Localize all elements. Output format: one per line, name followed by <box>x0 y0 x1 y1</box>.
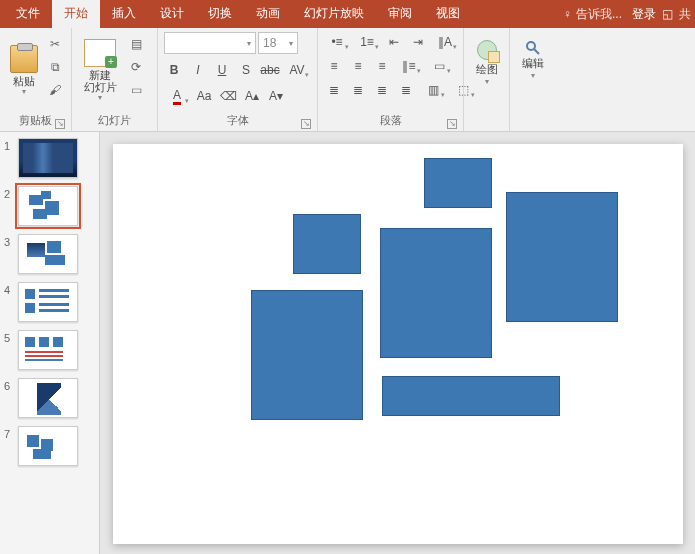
align-left-button[interactable]: ≡ <box>324 56 344 76</box>
thumbnail-row[interactable]: 7 <box>4 426 95 466</box>
rectangle-shape[interactable] <box>251 290 363 420</box>
search-icon <box>525 40 541 56</box>
thumbnail[interactable] <box>18 186 78 226</box>
increase-indent-button[interactable]: ⇥ <box>408 32 428 52</box>
font-size-combo[interactable]: 18▾ <box>258 32 298 54</box>
group-font: ▾ 18▾ B I U S abc AV▾ A▾ Aa ⌫ A▴ A▾ 字体 ↘ <box>158 28 318 131</box>
editing-button[interactable]: 编辑 ▾ <box>516 32 550 80</box>
chevron-down-icon: ▾ <box>247 39 251 48</box>
numbering-button[interactable]: 1≡▾ <box>354 32 380 52</box>
section-button[interactable]: ▭ <box>126 80 146 100</box>
columns-button[interactable]: ▥▾ <box>420 80 446 100</box>
paragraph-launcher[interactable]: ↘ <box>447 119 457 129</box>
thumbnail-row[interactable]: 6 <box>4 378 95 418</box>
font-launcher[interactable]: ↘ <box>301 119 311 129</box>
thumbnail-number: 7 <box>4 426 18 440</box>
drawing-button[interactable]: 绘图 ▾ <box>470 32 503 86</box>
tell-me-search[interactable]: ♀ 告诉我... <box>563 6 622 23</box>
thumbnail-number: 5 <box>4 330 18 344</box>
italic-button[interactable]: I <box>188 60 208 80</box>
thumbnail[interactable] <box>18 282 78 322</box>
drawing-label: 绘图 <box>476 62 498 77</box>
align-text-button[interactable]: ▭▾ <box>426 56 452 76</box>
clear-format-button[interactable]: ⌫ <box>218 86 238 106</box>
align-right-button[interactable]: ≡ <box>372 56 392 76</box>
login-button[interactable]: 登录 <box>632 6 656 23</box>
rectangle-shape[interactable] <box>380 228 492 358</box>
decrease-indent-button[interactable]: ⇤ <box>384 32 404 52</box>
tab-home[interactable]: 开始 <box>52 0 100 28</box>
ribbon: 粘贴 ▾ ✂ ⧉ 🖌 剪贴板 ↘ 新建 幻灯片 ▾ ▤ ⟳ ▭ <box>0 28 695 132</box>
tab-insert[interactable]: 插入 <box>100 0 148 28</box>
rectangle-shape[interactable] <box>382 376 560 416</box>
group-slides: 新建 幻灯片 ▾ ▤ ⟳ ▭ 幻灯片 <box>72 28 158 131</box>
ribbon-tabs: 文件 开始 插入 设计 切换 动画 幻灯片放映 审阅 视图 <box>4 0 472 28</box>
tab-review[interactable]: 审阅 <box>376 0 424 28</box>
thumbnail-row[interactable]: 1 <box>4 138 95 178</box>
thumbnail-number: 4 <box>4 282 18 296</box>
align-center-button[interactable]: ≡ <box>348 56 368 76</box>
convert-smartart-button[interactable]: ⬚▾ <box>450 80 476 100</box>
cut-button[interactable]: ✂ <box>45 34 65 54</box>
group-paragraph: •≡▾ 1≡▾ ⇤ ⇥ ‖A▾ ≡ ≡ ≡ ‖≡▾ ▭▾ ≣ ≣ ≣ ≣ ▥▾ … <box>318 28 464 131</box>
copy-button[interactable]: ⧉ <box>45 57 65 77</box>
group-label-slides: 幻灯片 <box>78 111 151 131</box>
thumbnail[interactable] <box>18 234 78 274</box>
bullets-button[interactable]: •≡▾ <box>324 32 350 52</box>
scissors-icon: ✂ <box>50 37 60 51</box>
rectangle-shape[interactable] <box>506 192 618 322</box>
shadow-button[interactable]: S <box>236 60 256 80</box>
thumbnail[interactable] <box>18 426 78 466</box>
change-case-button[interactable]: Aa <box>194 86 214 106</box>
thumbnail[interactable] <box>18 138 78 178</box>
strikethrough-button[interactable]: abc <box>260 60 280 80</box>
copy-icon: ⧉ <box>51 60 60 74</box>
shrink-font-button[interactable]: A▾ <box>266 86 286 106</box>
new-slide-button[interactable]: 新建 幻灯片 ▾ <box>78 32 122 108</box>
share-icon[interactable]: 共 <box>679 6 691 23</box>
slide-canvas[interactable] <box>113 144 683 544</box>
thumbnail-row[interactable]: 3 <box>4 234 95 274</box>
bold-button[interactable]: B <box>164 60 184 80</box>
rectangle-shape[interactable] <box>424 158 492 208</box>
thumbnail-row[interactable]: 5 <box>4 330 95 370</box>
format-painter-button[interactable]: 🖌 <box>45 80 65 100</box>
rectangle-shape[interactable] <box>293 214 361 274</box>
char-spacing-button[interactable]: AV▾ <box>284 60 310 80</box>
tab-slideshow[interactable]: 幻灯片放映 <box>292 0 376 28</box>
tab-design[interactable]: 设计 <box>148 0 196 28</box>
slide-thumbnail-panel[interactable]: 1234567 <box>0 132 100 554</box>
paste-button[interactable]: 粘贴 ▾ <box>6 32 41 108</box>
align-right2-button[interactable]: ≣ <box>372 80 392 100</box>
chevron-down-icon: ▾ <box>289 39 293 48</box>
new-slide-icon <box>84 39 116 67</box>
tab-transitions[interactable]: 切换 <box>196 0 244 28</box>
clipboard-icon <box>10 45 38 73</box>
layout-button[interactable]: ▤ <box>126 34 146 54</box>
thumbnail-row[interactable]: 4 <box>4 282 95 322</box>
font-color-button[interactable]: A▾ <box>164 86 190 106</box>
thumbnail[interactable] <box>18 378 78 418</box>
tab-animations[interactable]: 动画 <box>244 0 292 28</box>
underline-button[interactable]: U <box>212 60 232 80</box>
slide-canvas-area[interactable] <box>100 132 695 554</box>
line-spacing-button[interactable]: ‖≡▾ <box>396 56 422 76</box>
justify-button[interactable]: ≣ <box>396 80 416 100</box>
thumbnail-row[interactable]: 2 <box>4 186 95 226</box>
titlebar: 文件 开始 插入 设计 切换 动画 幻灯片放映 审阅 视图 ♀ 告诉我... 登… <box>0 0 695 28</box>
tab-view[interactable]: 视图 <box>424 0 472 28</box>
grow-font-button[interactable]: A▴ <box>242 86 262 106</box>
reset-button[interactable]: ⟳ <box>126 57 146 77</box>
thumbnail-number: 1 <box>4 138 18 152</box>
align-center2-button[interactable]: ≣ <box>348 80 368 100</box>
editing-label: 编辑 <box>522 56 544 71</box>
text-direction-button[interactable]: ‖A▾ <box>432 32 458 52</box>
clipboard-launcher[interactable]: ↘ <box>55 119 65 129</box>
main-area: 1234567 <box>0 132 695 554</box>
svg-point-0 <box>527 42 535 50</box>
tab-file[interactable]: 文件 <box>4 0 52 28</box>
user-icon[interactable]: ◱ <box>662 7 673 21</box>
thumbnail[interactable] <box>18 330 78 370</box>
font-name-combo[interactable]: ▾ <box>164 32 256 54</box>
align-left2-button[interactable]: ≣ <box>324 80 344 100</box>
